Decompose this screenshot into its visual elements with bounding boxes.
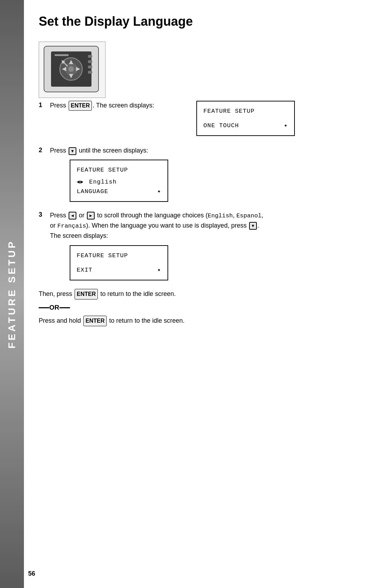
step-2-label-row: 2 Press ▼ until the screen displays: [39,146,359,155]
step-3-label-row: 3 Press ◄ or ► to scroll through the lan… [39,210,359,241]
enter-key-hold: ENTER [83,316,107,326]
svg-rect-12 [88,60,92,63]
enter-key-then: ENTER [75,289,98,299]
screen-1-icon: ✦ [284,121,288,130]
left-arrow-btn: ◄ [69,212,76,219]
then-block: Then, press ENTER to return to the idle … [39,289,257,299]
step-3-screen: FEATURE SETUP EXIT ✦ [70,245,168,280]
step-3-number: 3 [39,210,47,218]
down-arrow-btn-3: ▼ [249,222,257,230]
step-1-left: 1 Press ENTER. The screen displays: [39,42,154,111]
step-2-screen: FEATURE SETUP ◄► English LANGUAGE ✦ [70,160,168,202]
sidebar: FEATURE SETUP [0,0,24,588]
svg-point-4 [68,66,74,72]
lang-francais: Français [57,223,86,229]
page-number: 56 [28,570,35,577]
step-1-number: 1 [39,101,47,109]
device-illustration [42,44,102,95]
device-image [39,42,106,98]
screen-3-line1: FEATURE SETUP [77,251,161,260]
then-text-1: Then, press [39,290,72,297]
right-arrow-btn: ► [87,212,95,219]
screen-1-line1: FEATURE SETUP [203,106,288,116]
lang-espanol: Espanol [236,212,261,219]
screen-2-line1: FEATURE SETUP [77,165,161,175]
or-separator: OR [39,304,359,311]
svg-rect-13 [88,66,92,68]
svg-rect-15 [55,54,69,56]
screen-2-lang: English [89,179,116,185]
screen-3-icon: ✦ [157,265,161,275]
lang-english: English [208,212,233,219]
step-1-text: Press ENTER. The screen displays: [50,101,154,111]
main-content: Set the Display Language [28,0,380,340]
screen-2-line3: LANGUAGE ✦ [77,187,161,196]
step-2-number: 2 [39,146,47,154]
svg-rect-11 [88,55,92,58]
screen-2-arrows: ◄► [77,179,84,185]
or-dash-right [59,307,70,308]
press-hold-block: Press and hold ENTER to return to the id… [39,316,257,326]
step-1-row: 1 Press ENTER. The screen displays: FEAT… [39,42,359,136]
screen-2-icon: ✦ [157,187,161,196]
press-hold-text-2: to return to the idle screen. [109,317,184,324]
enter-key-1: ENTER [69,101,92,111]
screen-2-line2: ◄► English [77,177,161,187]
press-hold-text-1: Press and hold [39,317,81,324]
down-arrow-btn-2: ▼ [69,147,76,155]
step-3-text: Press ◄ or ► to scroll through the langu… [50,210,268,241]
screen-1-line3: ONE TOUCH ✦ [203,121,288,130]
step-1-screen-container: FEATURE SETUP ONE TOUCH ✦ [175,101,295,136]
then-text-2: to return to the idle screen. [100,290,176,297]
svg-rect-14 [88,71,92,74]
or-dash-left [39,307,49,308]
step-2-text: Press ▼ until the screen displays: [50,146,148,155]
or-line: OR [39,304,359,311]
screen-3-line3: EXIT ✦ [77,265,161,275]
or-word: OR [49,304,59,311]
sidebar-label: FEATURE SETUP [6,240,18,348]
step-1-label-row: 1 Press ENTER. The screen displays: [39,101,154,111]
page-title: Set the Display Language [39,14,359,29]
step-1-screen: FEATURE SETUP ONE TOUCH ✦ [196,101,295,136]
